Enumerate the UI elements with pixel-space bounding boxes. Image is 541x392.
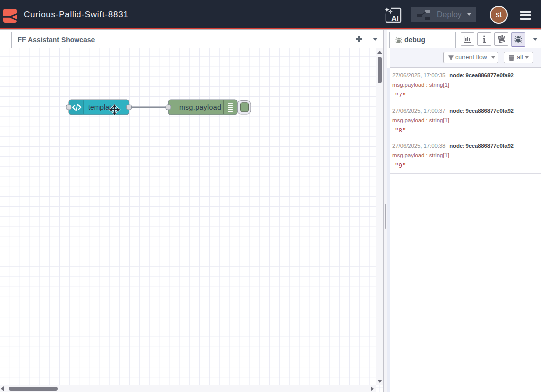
- svg-text:msg.payload: msg.payload: [179, 103, 221, 111]
- svg-text:AI: AI: [391, 14, 399, 22]
